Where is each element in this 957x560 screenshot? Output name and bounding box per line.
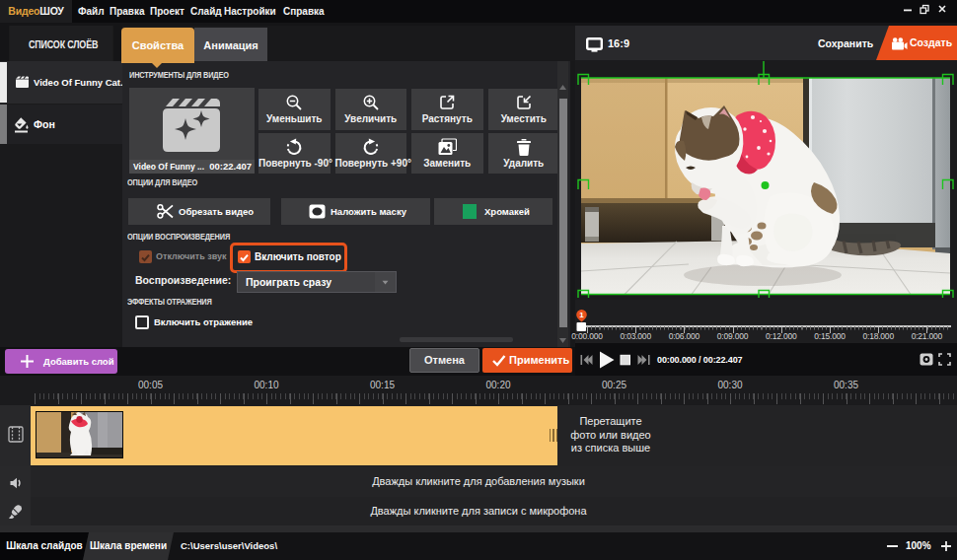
svg-text:1: 1 [579,311,584,319]
